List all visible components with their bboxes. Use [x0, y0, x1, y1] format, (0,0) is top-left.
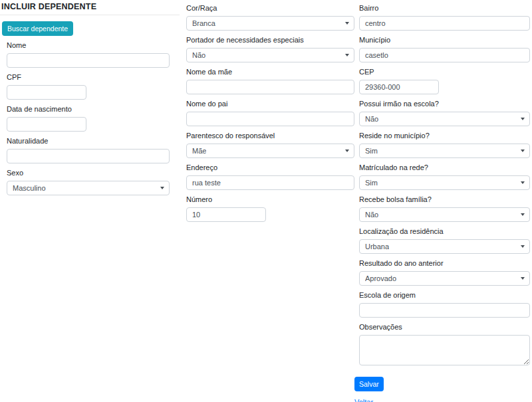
nome-input[interactable] [7, 53, 170, 68]
nome-mae-label: Nome da mãe [186, 68, 354, 76]
field-possui-irmao: Possui irmão na escola? Não [359, 100, 530, 126]
field-cor-raca: Cor/Raça Branca [186, 4, 354, 31]
cep-label: CEP [359, 68, 530, 76]
escola-origem-label: Escola de origem [359, 291, 530, 300]
possui-irmao-select-value: Não [365, 115, 378, 123]
cep-input[interactable] [359, 80, 439, 94]
nome-pai-input[interactable] [186, 112, 354, 126]
middle-column: Cor/Raça Branca Portador de necessidades… [186, 4, 354, 227]
field-matriculado: Matrículado na rede? Sim [359, 163, 530, 190]
field-data-nascimento: Data de nascimento [7, 105, 170, 132]
localizacao-label: Localização da residência [359, 227, 530, 236]
nome-label: Nome [7, 41, 170, 50]
chevron-down-icon [345, 150, 349, 152]
cor-raca-label: Cor/Raça [186, 4, 354, 13]
cpf-label: CPF [7, 73, 170, 82]
endereco-input[interactable] [186, 175, 354, 190]
naturalidade-label: Naturalidade [7, 137, 170, 146]
possui-irmao-select[interactable]: Não [359, 112, 530, 126]
left-fields: Nome CPF Data de nascimento Naturalidade… [7, 41, 170, 195]
field-sexo: Sexo Masculino [7, 169, 170, 195]
field-escola-origem: Escola de origem [359, 291, 530, 318]
field-nome-mae: Nome da mãe [186, 68, 354, 94]
naturalidade-input[interactable] [7, 149, 170, 163]
field-naturalidade: Naturalidade [7, 137, 170, 163]
resultado-select-value: Aprovado [365, 274, 396, 282]
sexo-select-value: Masculino [13, 184, 46, 192]
bairro-input[interactable] [359, 16, 530, 31]
possui-irmao-label: Possui irmão na escola? [359, 100, 530, 108]
chevron-down-icon [345, 54, 349, 56]
resultado-label: Resultado do ano anterior [359, 259, 530, 268]
pne-select-value: Não [192, 51, 205, 59]
field-bolsa-familia: Recebe bolsa família? Não [359, 195, 530, 222]
field-numero: Número [186, 195, 354, 222]
bairro-label: Bairro [359, 4, 530, 13]
matriculado-select-value: Sim [365, 179, 378, 187]
buscar-dependente-button[interactable]: Buscar dependente [2, 21, 73, 36]
chevron-down-icon [521, 150, 525, 152]
field-cep: CEP [359, 68, 530, 94]
numero-input[interactable] [186, 207, 266, 222]
reside-select-value: Sim [365, 147, 378, 155]
endereco-label: Endereço [186, 163, 354, 172]
cor-raca-select[interactable]: Branca [186, 16, 354, 31]
field-observacoes: Observações [359, 323, 530, 365]
municipio-label: Município [359, 36, 530, 45]
page-title: INCLUIR DEPENDENTE [1, 2, 180, 11]
resultado-select[interactable]: Aprovado [359, 271, 530, 286]
data-nascimento-label: Data de nascimento [7, 105, 170, 114]
observacoes-label: Observações [359, 323, 530, 332]
sexo-select[interactable]: Masculino [7, 181, 170, 195]
field-endereco: Endereço [186, 163, 354, 190]
chevron-down-icon [160, 187, 164, 189]
voltar-link[interactable]: Voltar [354, 398, 373, 402]
field-parentesco: Parentesco do responsável Mãe [186, 132, 354, 158]
parentesco-label: Parentesco do responsável [186, 132, 354, 140]
municipio-input[interactable] [359, 48, 530, 62]
field-bairro: Bairro [359, 4, 530, 31]
cor-raca-select-value: Branca [192, 19, 215, 27]
pne-select[interactable]: Não [186, 48, 354, 62]
bolsa-familia-select[interactable]: Não [359, 207, 530, 222]
chevron-down-icon [521, 277, 525, 280]
pne-label: Portador de necessidades especiais [186, 36, 354, 45]
left-column: INCLUIR DEPENDENTE Buscar dependente Nom… [0, 0, 180, 201]
reside-select[interactable]: Sim [359, 144, 530, 158]
bolsa-familia-label: Recebe bolsa família? [359, 195, 530, 204]
field-localizacao: Localização da residência Urbana [359, 227, 530, 254]
data-nascimento-input[interactable] [7, 117, 86, 132]
matriculado-select[interactable]: Sim [359, 175, 530, 190]
chevron-down-icon [521, 118, 525, 120]
chevron-down-icon [521, 181, 525, 184]
localizacao-select-value: Urbana [365, 243, 389, 251]
field-reside: Reside no município? Sim [359, 132, 530, 158]
field-municipio: Município [359, 36, 530, 62]
field-nome: Nome [7, 41, 170, 68]
right-column: Bairro Município CEP Possui irmão na esc… [359, 4, 530, 402]
form-actions: Salvar Voltar [359, 371, 530, 402]
chevron-down-icon [521, 245, 525, 248]
escola-origem-input[interactable] [359, 303, 530, 318]
reside-label: Reside no município? [359, 132, 530, 140]
field-resultado: Resultado do ano anterior Aprovado [359, 259, 530, 286]
chevron-down-icon [345, 22, 349, 25]
nome-pai-label: Nome do pai [186, 100, 354, 108]
title-divider [0, 15, 180, 15]
field-nome-pai: Nome do pai [186, 100, 354, 126]
observacoes-textarea[interactable] [359, 335, 530, 365]
salvar-button[interactable]: Salvar [354, 377, 384, 391]
matriculado-label: Matrículado na rede? [359, 163, 530, 172]
field-pne: Portador de necessidades especiais Não [186, 36, 354, 62]
bolsa-familia-select-value: Não [365, 211, 378, 219]
localizacao-select[interactable]: Urbana [359, 239, 530, 254]
numero-label: Número [186, 195, 354, 204]
cpf-input[interactable] [7, 85, 86, 100]
sexo-label: Sexo [7, 169, 170, 177]
parentesco-select[interactable]: Mãe [186, 144, 354, 158]
nome-mae-input[interactable] [186, 80, 354, 94]
parentesco-select-value: Mãe [192, 147, 206, 155]
chevron-down-icon [521, 213, 525, 216]
field-cpf: CPF [7, 73, 170, 100]
